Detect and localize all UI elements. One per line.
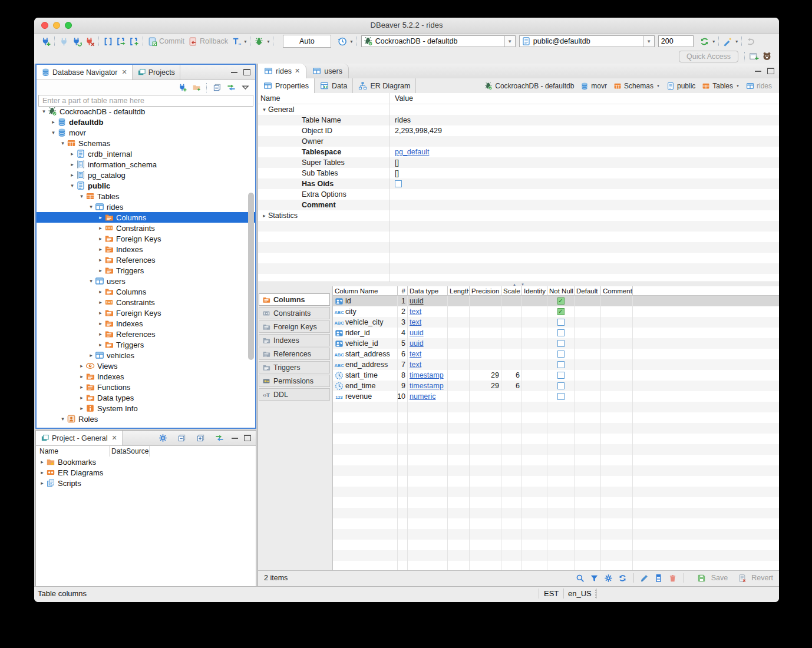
commit-label[interactable]: Commit [159, 37, 184, 45]
grid-row-revenue[interactable]: 123revenue10numeric [333, 391, 779, 402]
filter-icon[interactable] [587, 574, 602, 583]
expand-arrow-icon[interactable]: ▸ [68, 161, 76, 167]
tree-item-foreign-keys[interactable]: ▸Foreign Keys [37, 233, 255, 244]
tree-item-views[interactable]: ▸Views [37, 361, 255, 371]
schema-combo[interactable]: public@defaultdb ▼ [519, 35, 655, 47]
tree-item-defaultdb[interactable]: ▸defaultdb [37, 117, 255, 127]
quick-access-button[interactable]: Quick Access [679, 51, 738, 62]
expand-arrow-icon[interactable]: ▸ [97, 214, 104, 220]
expand-arrow-icon[interactable]: ▸ [97, 257, 104, 263]
column-header-datasource[interactable]: DataSource [110, 446, 150, 457]
new-connection-icon[interactable] [39, 35, 52, 47]
side-tab-triggers[interactable]: Triggers [259, 361, 330, 373]
has-oids-checkbox[interactable] [395, 180, 402, 187]
data-type-link[interactable]: numeric [410, 392, 435, 401]
expand-arrow-icon[interactable]: ▸ [78, 395, 85, 401]
debug-icon[interactable] [253, 35, 266, 47]
tab-er-diagram[interactable]: ER Diagram [353, 78, 416, 93]
collapse-arrow-icon[interactable]: ▾ [87, 278, 95, 284]
grid-row-start-time[interactable]: start_time8timestamp296 [333, 370, 779, 381]
side-tab-references[interactable]: References [259, 348, 330, 360]
disconnect-icon[interactable] [83, 35, 96, 47]
tab-properties[interactable]: Properties [258, 78, 315, 93]
expand-arrow-icon[interactable]: ▸ [78, 384, 85, 390]
project-item-er-diagrams[interactable]: ▸ER Diagrams [36, 467, 256, 478]
prop-row-comment[interactable]: Comment [258, 200, 779, 210]
expand-arrow-icon[interactable]: ▸ [68, 151, 76, 157]
tree-item-public[interactable]: ▾public [37, 180, 255, 191]
column-header-name[interactable]: Name [36, 446, 110, 457]
expand-arrow-icon[interactable]: ▸ [97, 289, 104, 295]
tree-item-columns[interactable]: ▸Columns [37, 212, 255, 223]
chevron-down-icon[interactable]: ▼ [243, 39, 247, 44]
prop-row-owner[interactable]: Owner [258, 136, 779, 147]
new-connection-icon[interactable] [176, 82, 189, 94]
expand-arrow-icon[interactable]: ▸ [78, 363, 85, 369]
expand-arrow-icon[interactable]: ▸ [97, 299, 104, 305]
expand-arrow-icon[interactable]: ▸ [38, 459, 46, 465]
expand-arrow-icon[interactable]: ▸ [97, 246, 104, 252]
expand-arrow-icon[interactable]: ▸ [38, 470, 46, 475]
maximize-panel-icon[interactable] [243, 69, 250, 75]
search-icon[interactable] [573, 574, 587, 583]
prop-row-general[interactable]: ▾General [258, 104, 779, 115]
transaction-log-icon[interactable] [230, 35, 243, 47]
prop-row-extra-options[interactable]: Extra Options [258, 189, 779, 200]
grid-row-vehicle-id[interactable]: vehicle_id5uuid [333, 338, 779, 349]
tree-item-system-info[interactable]: ▸System Info [37, 403, 255, 414]
breadcrumb-item-rides[interactable]: rides [746, 82, 772, 90]
project-item-scripts[interactable]: ▸Scripts [36, 478, 256, 488]
delete-icon[interactable] [666, 574, 680, 583]
revert-button[interactable]: Revert [735, 574, 773, 583]
not-null-checkbox[interactable]: ✓ [557, 308, 565, 315]
data-type-link[interactable]: text [410, 318, 421, 326]
grid-row-start-address[interactable]: ABCstart_address6text [333, 349, 779, 359]
expand-arrow-icon[interactable]: ▸ [97, 342, 104, 348]
tree-item-references[interactable]: ▸References [37, 329, 255, 339]
minimize-panel-icon[interactable] [231, 72, 237, 73]
connection-combo[interactable]: CockroachDB - defaultdb ▼ [361, 35, 516, 47]
close-icon[interactable]: ✕ [111, 434, 117, 442]
column-header-identity[interactable]: Identity [522, 286, 547, 295]
new-sql-editor-icon[interactable] [127, 35, 140, 47]
side-tab-columns[interactable]: Columns [259, 293, 330, 306]
expand-arrow-icon[interactable]: ▸ [97, 236, 104, 242]
grid-row-city[interactable]: ABCcity2text✓ [333, 306, 779, 317]
tree-item-data-types[interactable]: ▸Data types [37, 392, 255, 403]
gear-icon[interactable] [156, 432, 169, 444]
tab-projects[interactable]: Projects [133, 65, 180, 80]
chevron-down-icon[interactable]: ▼ [712, 39, 716, 44]
tree-item-rides[interactable]: ▾rides [37, 201, 255, 212]
open-perspective-icon[interactable] [747, 51, 760, 62]
tree-item-tables[interactable]: ▾Tables [37, 191, 255, 201]
expand-arrow-icon[interactable]: ▸ [97, 331, 104, 337]
tab-database-navigator[interactable]: Database Navigator ✕ [37, 65, 133, 80]
tree-item-functions[interactable]: ▸Functions [37, 382, 255, 392]
columns-config-icon[interactable] [652, 574, 666, 583]
collapse-arrow-icon[interactable]: ▾ [59, 140, 67, 146]
dbeaver-perspective-icon[interactable] [760, 51, 773, 62]
chevron-down-icon[interactable]: ▼ [735, 39, 739, 44]
prop-row-table-name[interactable]: Table Namerides [258, 115, 779, 125]
collapse-arrow-icon[interactable]: ▾ [59, 416, 67, 422]
column-header-precision[interactable]: Precision [470, 286, 501, 295]
tree-item-vehicles[interactable]: ▸vehicles [37, 350, 255, 361]
collapse-arrow-icon[interactable]: ▾ [260, 107, 268, 113]
tree-item-schemas[interactable]: ▾Schemas [37, 138, 255, 148]
tree-item-indexes[interactable]: ▸Indexes [37, 371, 255, 382]
tab-project-general[interactable]: Project - General ✕ [36, 431, 123, 445]
expand-arrow-icon[interactable]: ▸ [260, 213, 268, 219]
table-filter-input[interactable] [38, 95, 253, 107]
not-null-checkbox[interactable] [557, 340, 565, 347]
chevron-down-icon[interactable]: ▼ [643, 36, 654, 47]
locale-indicator[interactable]: en_US [563, 589, 597, 599]
breadcrumb-item-public[interactable]: public [666, 82, 695, 90]
expand-arrow-icon[interactable]: ▸ [68, 172, 76, 178]
tree-item-triggers[interactable]: ▸Triggers [37, 265, 255, 276]
tree-item-triggers[interactable]: ▸Triggers [37, 339, 255, 350]
prop-row-tablespace[interactable]: Tablespacepg_default [258, 147, 779, 157]
connect-icon[interactable] [57, 35, 70, 47]
tree-item-information-schema[interactable]: ▸information_schema [37, 159, 255, 170]
grid-row-end-address[interactable]: ABCend_address7text [333, 359, 779, 370]
tree-item-columns[interactable]: ▸Columns [37, 286, 255, 297]
